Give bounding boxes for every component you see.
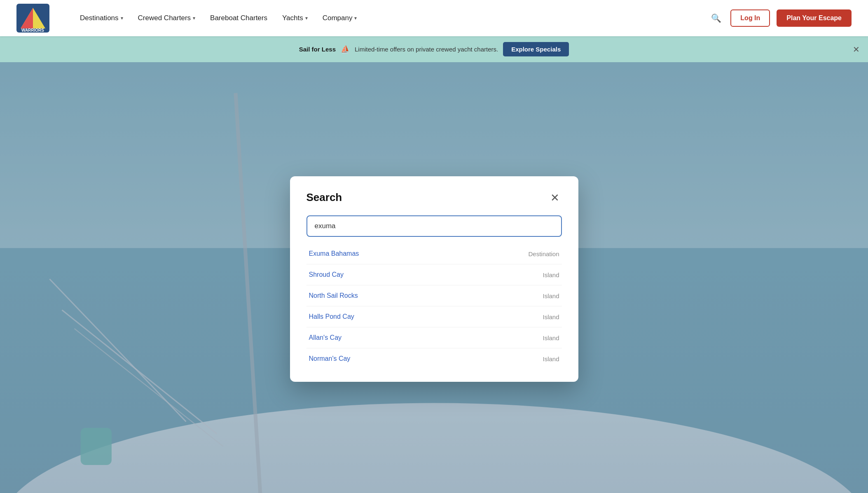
sail-icon: ⛵ bbox=[341, 45, 350, 54]
search-results-list: Exuma BahamasDestinationShroud CayIsland… bbox=[306, 243, 562, 367]
search-button[interactable]: 🔍 bbox=[709, 11, 724, 26]
modal-close-button[interactable]: ✕ bbox=[548, 192, 562, 204]
result-name: Allan's Cay bbox=[309, 334, 342, 341]
banner-bold-text: Sail for Less bbox=[299, 46, 336, 53]
chevron-down-icon: ▾ bbox=[121, 15, 123, 21]
list-item[interactable]: Norman's CayIsland bbox=[306, 348, 562, 367]
result-type: Island bbox=[543, 271, 559, 278]
main-nav: Destinations ▾ Crewed Charters ▾ Bareboa… bbox=[74, 11, 709, 26]
svg-text:WARRIORS: WARRIORS bbox=[21, 28, 44, 33]
explore-specials-button[interactable]: Explore Specials bbox=[503, 42, 569, 56]
list-item[interactable]: North Sail RocksIsland bbox=[306, 285, 562, 306]
list-item[interactable]: Allan's CayIsland bbox=[306, 327, 562, 348]
nav-item-crewed-charters[interactable]: Crewed Charters ▾ bbox=[132, 11, 201, 26]
header: WARRIORS Destinations ▾ Crewed Charters … bbox=[0, 0, 868, 36]
result-type: Destination bbox=[528, 250, 559, 257]
modal-title: Search bbox=[306, 191, 342, 204]
login-button[interactable]: Log In bbox=[730, 9, 770, 27]
nav-item-destinations[interactable]: Destinations ▾ bbox=[74, 11, 129, 26]
promo-banner: Sail for Less ⛵ Limited-time offers on p… bbox=[0, 36, 868, 62]
list-item[interactable]: Shroud CayIsland bbox=[306, 264, 562, 285]
list-item[interactable]: Halls Pond CayIsland bbox=[306, 306, 562, 327]
plan-escape-button[interactable]: Plan Your Escape bbox=[777, 9, 852, 27]
result-name: Norman's Cay bbox=[309, 355, 351, 362]
nav-item-yachts[interactable]: Yachts ▾ bbox=[276, 11, 314, 26]
banner-close-button[interactable]: ✕ bbox=[853, 44, 860, 54]
result-type: Island bbox=[543, 292, 559, 299]
result-type: Island bbox=[543, 334, 559, 341]
chevron-down-icon: ▾ bbox=[305, 15, 308, 21]
result-name: Halls Pond Cay bbox=[309, 313, 354, 320]
modal-header: Search ✕ bbox=[306, 191, 562, 204]
search-input[interactable] bbox=[306, 215, 562, 237]
header-actions: 🔍 Log In Plan Your Escape bbox=[709, 9, 852, 27]
hero-area: Search ✕ Exuma BahamasDestinationShroud … bbox=[0, 62, 868, 493]
modal-overlay: Search ✕ Exuma BahamasDestinationShroud … bbox=[0, 62, 868, 493]
list-item[interactable]: Exuma BahamasDestination bbox=[306, 243, 562, 264]
chevron-down-icon: ▾ bbox=[193, 15, 195, 21]
result-name: North Sail Rocks bbox=[309, 292, 358, 299]
nav-item-company[interactable]: Company ▾ bbox=[317, 11, 363, 26]
logo: WARRIORS bbox=[16, 4, 49, 33]
nav-item-bareboat-charters[interactable]: Bareboat Charters bbox=[204, 11, 273, 26]
chevron-down-icon: ▾ bbox=[354, 15, 357, 21]
search-modal: Search ✕ Exuma BahamasDestinationShroud … bbox=[290, 176, 578, 382]
result-type: Island bbox=[543, 313, 559, 320]
result-name: Exuma Bahamas bbox=[309, 250, 359, 257]
result-type: Island bbox=[543, 355, 559, 362]
banner-text: Limited-time offers on private crewed ya… bbox=[355, 46, 498, 53]
result-name: Shroud Cay bbox=[309, 271, 344, 278]
logo-area[interactable]: WARRIORS bbox=[16, 4, 49, 33]
